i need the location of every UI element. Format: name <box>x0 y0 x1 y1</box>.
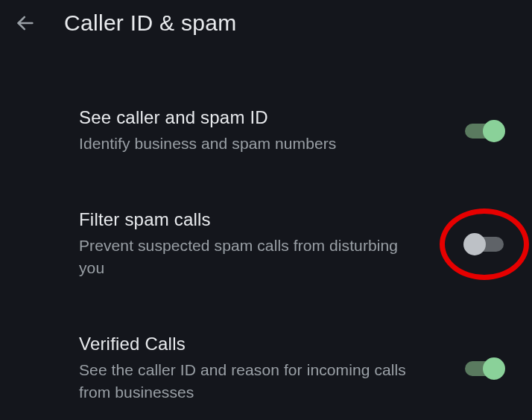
toggle-filter-spam[interactable] <box>465 237 504 252</box>
toggle-container <box>455 237 514 252</box>
settings-list: See caller and spam ID Identify business… <box>0 46 532 419</box>
toggle-verified-calls[interactable] <box>465 361 504 376</box>
page-title: Caller ID & spam <box>64 10 237 36</box>
setting-title: Verified Calls <box>79 334 425 354</box>
header: Caller ID & spam <box>0 0 532 46</box>
setting-title: See caller and spam ID <box>79 107 425 128</box>
setting-filter-spam[interactable]: Filter spam calls Prevent suspected spam… <box>79 193 514 295</box>
setting-text: Filter spam calls Prevent suspected spam… <box>79 209 455 279</box>
setting-caller-id[interactable]: See caller and spam ID Identify business… <box>79 91 514 171</box>
toggle-caller-id[interactable] <box>465 124 504 139</box>
setting-title: Filter spam calls <box>79 209 425 230</box>
toggle-container <box>455 361 514 376</box>
arrow-left-icon <box>15 13 36 34</box>
setting-text: See caller and spam ID Identify business… <box>79 107 455 154</box>
setting-description: Prevent suspected spam calls from distur… <box>79 235 425 279</box>
setting-description: See the caller ID and reason for incomin… <box>79 359 425 403</box>
toggle-container <box>455 124 514 139</box>
setting-description: Identify business and spam numbers <box>79 133 425 154</box>
setting-verified-calls[interactable]: Verified Calls See the caller ID and rea… <box>79 317 514 419</box>
back-button[interactable] <box>13 11 37 35</box>
setting-text: Verified Calls See the caller ID and rea… <box>79 334 455 403</box>
